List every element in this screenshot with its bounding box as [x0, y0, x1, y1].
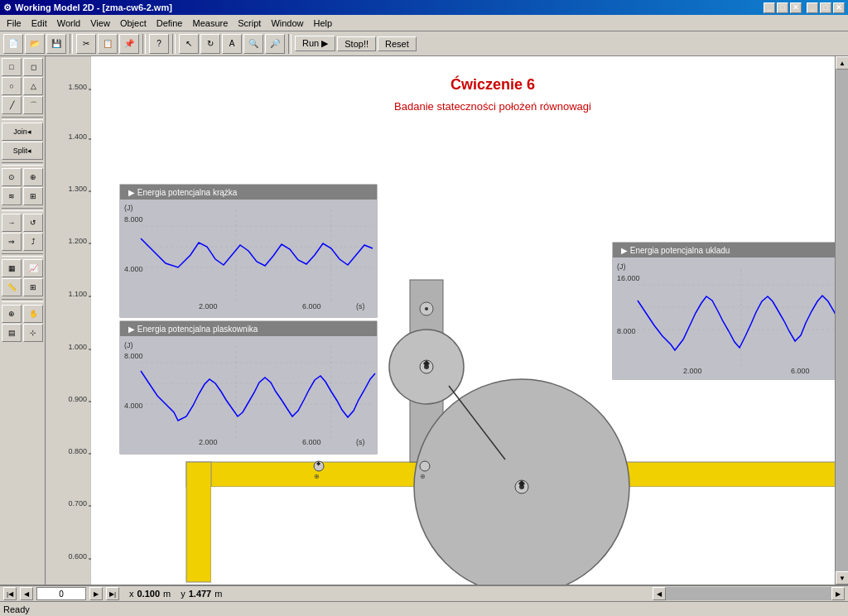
- pointer-btn[interactable]: ↖: [179, 34, 199, 54]
- sep2: [142, 34, 146, 54]
- lt-damper-btn[interactable]: ⊞: [23, 187, 43, 205]
- svg-text:4.000: 4.000: [124, 402, 143, 410]
- hscroll-right-btn[interactable]: ▶: [831, 587, 845, 600]
- scroll-down-btn[interactable]: ▼: [836, 571, 848, 585]
- right-scrollbar: ▲ ▼: [835, 56, 848, 585]
- svg-text:⊕: ⊕: [420, 473, 426, 480]
- menu-help[interactable]: Help: [309, 17, 338, 30]
- menu-define[interactable]: Define: [152, 17, 188, 30]
- lt-meter-btn[interactable]: ▦: [2, 259, 22, 277]
- window-title: Working Model 2D - [zma-cw6-2.wm]: [15, 2, 172, 12]
- lt-pan-btn[interactable]: ✋: [23, 305, 43, 323]
- nav-prev-btn[interactable]: ◀: [20, 587, 33, 600]
- svg-text:8.000: 8.000: [617, 327, 636, 335]
- scroll-up-btn[interactable]: ▲: [836, 56, 848, 70]
- status-text: Ready: [3, 604, 30, 614]
- svg-text:0.700: 0.700: [68, 499, 87, 508]
- child-minimize-btn[interactable]: _: [807, 2, 818, 13]
- svg-text:2.000: 2.000: [683, 367, 702, 375]
- menu-script[interactable]: Script: [233, 17, 266, 30]
- svg-text:1.000: 1.000: [68, 343, 87, 351]
- lt-btn-6[interactable]: ⌒: [23, 96, 43, 114]
- svg-text:1.500: 1.500: [68, 83, 87, 91]
- title-bar: ⚙ Working Model 2D - [zma-cw6-2.wm] _ □ …: [0, 0, 848, 15]
- hscroll-track[interactable]: [666, 587, 831, 600]
- svg-text:8.000: 8.000: [124, 352, 143, 360]
- lt-grid-btn[interactable]: ⊞: [23, 278, 43, 296]
- svg-text:1.300: 1.300: [68, 185, 87, 193]
- svg-text:▶ Energia potencjalna krążka: ▶ Energia potencjalna krążka: [128, 188, 238, 197]
- lt-btn-1[interactable]: □: [2, 58, 22, 76]
- lt-snap-btn[interactable]: ⊹: [23, 324, 43, 342]
- y-unit: m: [214, 589, 222, 599]
- join-btn[interactable]: Join◂: [2, 123, 43, 141]
- svg-point-58: [420, 461, 430, 471]
- help-btn[interactable]: ?: [149, 34, 169, 54]
- svg-text:1.400: 1.400: [68, 132, 87, 141]
- run-btn[interactable]: Run ▶: [295, 36, 335, 51]
- lt-vel-btn[interactable]: ⇒: [2, 233, 22, 251]
- svg-text:4.000: 4.000: [124, 265, 143, 273]
- rotate-btn[interactable]: ↻: [200, 34, 220, 54]
- svg-text:(s): (s): [356, 438, 365, 446]
- toolbar: 📄 📂 💾 ✂ 📋 📌 ? ↖ ↻ A 🔍 🔎 Run ▶ Stop!! Res…: [0, 31, 848, 56]
- menu-file[interactable]: File: [2, 17, 26, 30]
- svg-text:0.600: 0.600: [68, 552, 87, 561]
- lt-force-btn[interactable]: →: [2, 214, 22, 232]
- lt-graph-btn[interactable]: 📈: [23, 259, 43, 277]
- svg-text:(J): (J): [124, 341, 133, 349]
- lt-spring-btn[interactable]: ≋: [2, 187, 22, 205]
- stop-label: Stop!!: [344, 39, 369, 49]
- lt-btn-2[interactable]: ◻: [23, 58, 43, 76]
- scroll-track[interactable]: [836, 70, 848, 571]
- canvas-content: 1.500 1.400 1.300 1.200 1.100 1.000 0.90…: [46, 56, 835, 585]
- nav-first-btn[interactable]: |◀: [3, 587, 17, 600]
- save-btn[interactable]: 💾: [46, 34, 66, 54]
- svg-text:1.100: 1.100: [68, 290, 87, 298]
- menu-world[interactable]: World: [52, 17, 86, 30]
- lt-torque-btn[interactable]: ↺: [23, 214, 43, 232]
- menu-measure[interactable]: Measure: [187, 17, 233, 30]
- child-restore-btn[interactable]: □: [820, 2, 831, 13]
- open-btn[interactable]: 📂: [25, 34, 45, 54]
- lt-sep2: [2, 162, 43, 166]
- new-btn[interactable]: 📄: [3, 34, 23, 54]
- menu-edit[interactable]: Edit: [26, 17, 52, 30]
- svg-rect-43: [186, 462, 211, 582]
- svg-text:⊕: ⊕: [314, 473, 320, 480]
- svg-point-48: [425, 307, 428, 310]
- menu-view[interactable]: View: [85, 17, 115, 30]
- app-icon: ⚙: [3, 2, 12, 13]
- lt-btn-3[interactable]: ○: [2, 77, 22, 95]
- child-close-btn[interactable]: ✕: [833, 2, 845, 13]
- zoom-out-btn[interactable]: 🔎: [265, 34, 285, 54]
- reset-btn[interactable]: Reset: [378, 36, 417, 51]
- lt-btn-4[interactable]: △: [23, 77, 43, 95]
- cut-btn[interactable]: ✂: [76, 34, 96, 54]
- menu-object[interactable]: Object: [115, 17, 152, 30]
- lt-acc-btn[interactable]: ⤴: [23, 233, 43, 251]
- zoom-in-btn[interactable]: 🔍: [243, 34, 263, 54]
- restore-btn[interactable]: □: [777, 2, 788, 13]
- svg-text:16.000: 16.000: [617, 274, 640, 282]
- lt-btn-5[interactable]: ╱: [2, 96, 22, 114]
- paste-btn[interactable]: 📌: [119, 34, 139, 54]
- nav-next-btn[interactable]: ▶: [89, 587, 103, 600]
- lt-zoom-btn[interactable]: ⊕: [2, 305, 22, 323]
- close-btn[interactable]: ✕: [790, 2, 802, 13]
- nav-last-btn[interactable]: ▶|: [106, 587, 119, 600]
- copy-btn[interactable]: 📋: [98, 34, 118, 54]
- lt-motor-btn[interactable]: ⊕: [23, 168, 43, 186]
- y-coord-value: 1.477: [189, 589, 212, 599]
- hscroll-left-btn[interactable]: ◀: [653, 587, 666, 600]
- window-controls: _ □ ✕ _ □ ✕: [764, 2, 845, 13]
- lt-measure-btn[interactable]: 📏: [2, 278, 22, 296]
- stop-btn[interactable]: Stop!!: [337, 36, 376, 51]
- minimize-btn[interactable]: _: [764, 2, 775, 13]
- lt-ruler-btn[interactable]: ▤: [2, 324, 22, 342]
- split-btn[interactable]: Split◂: [2, 142, 43, 160]
- lt-pin-btn[interactable]: ⊙: [2, 168, 22, 186]
- menu-window[interactable]: Window: [266, 17, 308, 30]
- text-btn[interactable]: A: [222, 34, 242, 54]
- time-input[interactable]: [36, 587, 86, 600]
